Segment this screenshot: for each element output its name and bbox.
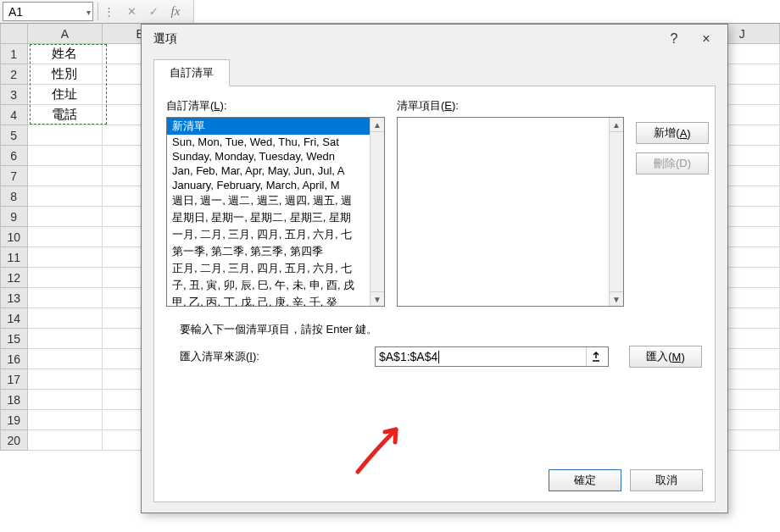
- list-item[interactable]: 週日, 週一, 週二, 週三, 週四, 週五, 週: [167, 192, 384, 209]
- list-item[interactable]: Sun, Mon, Tue, Wed, Thu, Fri, Sat: [167, 135, 384, 149]
- cell[interactable]: 姓名: [28, 44, 103, 64]
- row-header[interactable]: 5: [0, 125, 28, 146]
- help-button[interactable]: ?: [658, 27, 690, 51]
- range-picker-icon[interactable]: [586, 347, 604, 366]
- list-item[interactable]: Sunday, Monday, Tuesday, Wedn: [167, 149, 384, 163]
- row-header[interactable]: 4: [0, 105, 28, 125]
- delete-button[interactable]: 刪除(D): [636, 152, 709, 175]
- cell[interactable]: [28, 186, 103, 207]
- insert-function-icon[interactable]: fx: [166, 4, 185, 19]
- row-header[interactable]: 7: [0, 166, 28, 186]
- cell[interactable]: 性別: [28, 64, 103, 85]
- cancel-button[interactable]: 取消: [630, 469, 703, 491]
- enter-icon[interactable]: ✓: [144, 4, 163, 19]
- row-header[interactable]: 17: [0, 369, 28, 390]
- import-range-value: $A$1:$A$4: [379, 350, 437, 363]
- import-range-input[interactable]: $A$1:$A$4: [375, 346, 609, 367]
- cell[interactable]: [28, 227, 103, 247]
- tab-strip: 自訂清單: [153, 58, 716, 86]
- name-box-dropdown-icon[interactable]: ▾: [86, 7, 91, 16]
- cell[interactable]: [28, 268, 103, 288]
- list-item[interactable]: 新清單: [167, 118, 384, 135]
- row-header[interactable]: 11: [0, 247, 28, 268]
- add-button[interactable]: 新增(A): [636, 122, 709, 144]
- row-header[interactable]: 16: [0, 349, 28, 369]
- formula-actions: ✕ ✓ fx: [117, 0, 190, 23]
- label-text: 匯入清單來源(: [180, 350, 249, 363]
- cell[interactable]: [28, 430, 103, 451]
- list-item[interactable]: 正月, 二月, 三月, 四月, 五月, 六月, 七: [167, 260, 384, 277]
- text-caret: [438, 351, 439, 363]
- row-header[interactable]: 15: [0, 329, 28, 349]
- row-header[interactable]: 1: [0, 44, 28, 64]
- row-header[interactable]: 20: [0, 430, 28, 451]
- row-header[interactable]: 18: [0, 390, 28, 410]
- label-text: 自訂清單(: [166, 99, 214, 112]
- cell[interactable]: [28, 349, 103, 369]
- cell[interactable]: [28, 329, 103, 349]
- row-header[interactable]: 3: [0, 85, 28, 105]
- tab-custom-lists[interactable]: 自訂清單: [153, 59, 230, 86]
- cell[interactable]: [28, 369, 103, 390]
- hotkey: M: [672, 351, 682, 363]
- cell[interactable]: 住址: [28, 85, 103, 105]
- column-header[interactable]: A: [28, 24, 103, 44]
- label-text: 新增(: [654, 125, 679, 141]
- drag-dots-icon: ⋮: [100, 0, 117, 23]
- row-header[interactable]: 6: [0, 146, 28, 166]
- custom-lists-listbox[interactable]: 新清單Sun, Mon, Tue, Wed, Thu, Fri, SatSund…: [166, 117, 385, 307]
- row-header[interactable]: 8: [0, 186, 28, 207]
- dialog-titlebar: 選項 ? ×: [142, 25, 727, 53]
- cell[interactable]: [28, 288, 103, 308]
- list-item[interactable]: 一月, 二月, 三月, 四月, 五月, 六月, 七: [167, 226, 384, 243]
- label-text: ):: [452, 99, 459, 112]
- separator: [98, 3, 98, 20]
- row-header[interactable]: 12: [0, 268, 28, 288]
- import-button[interactable]: 匯入(M): [629, 346, 702, 368]
- list-item[interactable]: Jan, Feb, Mar, Apr, May, Jun, Jul, A: [167, 163, 384, 178]
- list-item[interactable]: 甲, 乙, 丙, 丁, 戊, 己, 庚, 辛, 壬, 癸: [167, 294, 384, 307]
- list-item[interactable]: 子, 丑, 寅, 卯, 辰, 巳, 午, 未, 申, 酉, 戌: [167, 277, 384, 294]
- dialog-title: 選項: [153, 31, 658, 47]
- row-header[interactable]: 9: [0, 207, 28, 227]
- cell[interactable]: [28, 146, 103, 166]
- list-item[interactable]: 星期日, 星期一, 星期二, 星期三, 星期: [167, 209, 384, 226]
- row-header[interactable]: 13: [0, 288, 28, 308]
- select-all-corner[interactable]: [0, 24, 28, 44]
- import-source-label: 匯入清單來源(I):: [180, 349, 366, 364]
- cancel-icon[interactable]: ✕: [122, 4, 141, 19]
- label-text: ):: [253, 350, 259, 363]
- cell[interactable]: [28, 207, 103, 227]
- row-header[interactable]: 2: [0, 64, 28, 85]
- ok-button[interactable]: 確定: [549, 469, 621, 491]
- scrollbar[interactable]: ▲ ▼: [370, 118, 384, 306]
- cell[interactable]: [28, 166, 103, 186]
- cell[interactable]: [28, 125, 103, 146]
- hotkey: E: [444, 99, 452, 112]
- list-entries-textarea[interactable]: ▲ ▼: [397, 117, 624, 307]
- list-item[interactable]: 第一季, 第二季, 第三季, 第四季: [167, 243, 384, 260]
- label-text: ):: [220, 99, 227, 112]
- scroll-down-icon[interactable]: ▼: [370, 291, 384, 306]
- row-header[interactable]: 19: [0, 410, 28, 430]
- hotkey: A: [680, 127, 688, 140]
- hotkey: L: [214, 99, 220, 112]
- name-box[interactable]: A1 ▾: [3, 2, 93, 21]
- scroll-up-icon[interactable]: ▲: [370, 118, 384, 132]
- scroll-down-icon[interactable]: ▼: [610, 291, 623, 306]
- scrollbar[interactable]: ▲ ▼: [609, 118, 623, 306]
- formula-input[interactable]: [193, 0, 780, 23]
- cell[interactable]: [28, 308, 103, 329]
- formula-bar: A1 ▾ ⋮ ✕ ✓ fx: [0, 0, 780, 24]
- cell[interactable]: 電話: [28, 105, 103, 125]
- row-header[interactable]: 14: [0, 308, 28, 329]
- cell[interactable]: [28, 390, 103, 410]
- close-button[interactable]: ×: [690, 27, 722, 51]
- scroll-up-icon[interactable]: ▲: [610, 118, 623, 132]
- list-item[interactable]: January, February, March, April, M: [167, 178, 384, 192]
- cell[interactable]: [28, 410, 103, 430]
- label-text: 匯入(: [646, 349, 671, 364]
- cell[interactable]: [28, 247, 103, 268]
- name-box-value: A1: [8, 5, 23, 19]
- row-header[interactable]: 10: [0, 227, 28, 247]
